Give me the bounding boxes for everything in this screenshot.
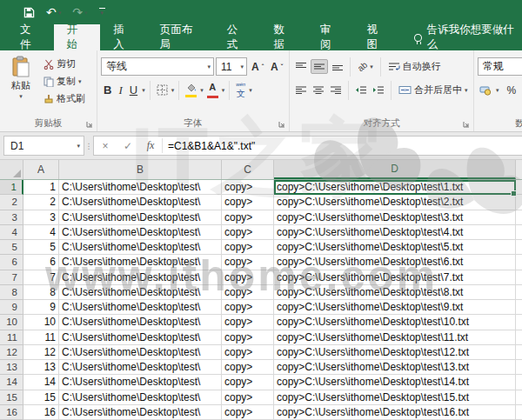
align-middle-button[interactable] [311,59,328,74]
accounting-caret-icon[interactable]: ▾ [496,87,499,94]
tab-formulas[interactable]: 公式 [214,24,261,50]
decrease-indent-button[interactable] [353,83,369,97]
underline-caret-icon[interactable]: ▾ [142,87,145,94]
align-center-button[interactable] [311,83,326,97]
row-header[interactable]: 13 [0,360,23,375]
column-header-b[interactable]: B [59,160,222,179]
cell-b[interactable]: C:\Users\ithome\Desktop\test\ [59,255,222,270]
font-dialog-launcher-icon[interactable] [278,121,286,129]
row-header[interactable]: 16 [0,405,23,420]
cell-b[interactable]: C:\Users\ithome\Desktop\test\ [59,225,222,240]
tab-view[interactable]: 视图 [354,24,401,50]
borders-caret-icon[interactable]: ▾ [171,87,175,94]
name-box[interactable]: D1 ▾ [3,136,84,156]
row-header[interactable]: 1 [0,180,23,195]
align-left-button[interactable] [293,83,309,97]
borders-button[interactable] [155,83,170,97]
cell-filler[interactable] [516,225,522,240]
grow-font-button[interactable]: Aˆ [249,59,266,75]
cell-b[interactable]: C:\Users\ithome\Desktop\test\ [59,330,222,345]
format-painter-button[interactable]: 格式刷 [42,90,87,107]
cell-filler[interactable] [516,360,522,375]
cell-a[interactable]: 10 [23,315,59,330]
cell-filler[interactable] [516,240,522,255]
cell-b[interactable]: C:\Users\ithome\Desktop\test\ [59,285,222,300]
cell-d[interactable]: copy>C:\Users\ithome\Desktop\test\8.txt [274,285,516,300]
cell-d[interactable]: copy>C:\Users\ithome\Desktop\test\4.txt [274,225,516,240]
row-header[interactable]: 14 [0,375,23,390]
cell-a[interactable]: 8 [23,285,59,300]
cell-d[interactable]: copy>C:\Users\ithome\Desktop\test\9.txt [274,300,516,315]
cell-d[interactable]: copy>C:\Users\ithome\Desktop\test\2.txt [274,195,516,210]
column-header-d[interactable]: D [274,160,516,179]
tab-file[interactable]: 文件 [7,24,54,50]
undo-button[interactable]: ↶▾ [46,6,61,18]
formula-bar-splitter[interactable]: ⋮ [84,142,93,150]
cell-c[interactable]: copy> [222,345,274,360]
cell-d[interactable]: copy>C:\Users\ithome\Desktop\test\11.txt [274,330,516,345]
cell-d[interactable]: copy>C:\Users\ithome\Desktop\test\12.txt [274,345,516,360]
cell-b[interactable]: C:\Users\ithome\Desktop\test\ [59,270,222,285]
cell-b[interactable]: C:\Users\ithome\Desktop\test\ [59,300,222,315]
number-format-combo[interactable]: 常规 ▾ [478,57,522,76]
cell-d[interactable]: copy>C:\Users\ithome\Desktop\test\7.txt [274,270,516,285]
cell-c[interactable]: copy> [222,240,274,255]
align-top-button[interactable] [293,60,309,73]
cell-a[interactable]: 13 [23,360,59,375]
cell-a[interactable]: 15 [23,390,59,405]
phonetic-guide-button[interactable]: wén 文 [234,80,247,100]
cell-c[interactable]: copy> [222,360,274,375]
cell-filler[interactable] [516,285,522,300]
cell-c[interactable]: copy> [222,300,274,315]
cell-d[interactable]: copy>C:\Users\ithome\Desktop\test\5.txt [274,240,516,255]
cell-a[interactable]: 9 [23,300,59,315]
cell-c[interactable]: copy> [222,405,274,420]
tab-review[interactable]: 审阅 [307,24,354,50]
cell-a[interactable]: 4 [23,225,59,240]
row-header[interactable]: 6 [0,255,23,270]
cell-c[interactable]: copy> [222,375,274,390]
cell-filler[interactable] [516,255,522,270]
insert-function-button[interactable]: fx [139,139,162,152]
cell-b[interactable]: C:\Users\ithome\Desktop\test\ [59,210,222,225]
cell-d[interactable]: copy>C:\Users\ithome\Desktop\test\1.txt [274,180,516,195]
cell-a[interactable]: 3 [23,210,59,225]
cell-c[interactable]: copy> [222,225,274,240]
fill-color-caret-icon[interactable]: ▾ [200,87,204,94]
font-size-combo[interactable]: 11 ▾ [216,57,247,76]
cell-d[interactable]: copy>C:\Users\ithome\Desktop\test\16.txt [274,405,516,420]
row-header[interactable]: 3 [0,210,23,225]
align-bottom-button[interactable] [330,60,345,73]
cell-filler[interactable] [516,330,522,345]
cell-c[interactable]: copy> [222,330,274,345]
increase-indent-button[interactable] [371,83,386,97]
paste-button[interactable]: 粘贴 ▾ [3,55,38,117]
cell-b[interactable]: C:\Users\ithome\Desktop\test\ [59,345,222,360]
cell-c[interactable]: copy> [222,255,274,270]
cell-a[interactable]: 7 [23,270,59,285]
cell-c[interactable]: copy> [222,390,274,405]
tab-insert[interactable]: 插入 [100,24,147,50]
cell-a[interactable]: 6 [23,255,59,270]
shrink-font-button[interactable]: Aˇ [268,59,285,75]
row-header[interactable]: 4 [0,225,23,240]
cell-filler[interactable] [516,375,522,390]
fill-color-button[interactable] [184,82,198,99]
column-header-c[interactable]: C [222,160,274,179]
cell-c[interactable]: copy> [222,210,274,225]
row-header[interactable]: 10 [0,315,23,330]
cell-filler[interactable] [516,405,522,420]
cell-filler[interactable] [516,300,522,315]
accounting-format-button[interactable] [478,83,494,97]
cell-filler[interactable] [516,195,522,210]
row-header[interactable]: 2 [0,195,23,210]
cell-d[interactable]: copy>C:\Users\ithome\Desktop\test\10.txt [274,315,516,330]
cell-filler[interactable] [516,390,522,405]
tell-me-box[interactable]: 告诉我你想要做什么 [414,24,522,50]
row-header[interactable]: 12 [0,345,23,360]
cell-d[interactable]: copy>C:\Users\ithome\Desktop\test\3.txt [274,210,516,225]
cell-b[interactable]: C:\Users\ithome\Desktop\test\ [59,315,222,330]
cell-c[interactable]: copy> [222,315,274,330]
cell-c[interactable]: copy> [222,195,274,210]
row-header[interactable]: 5 [0,240,23,255]
